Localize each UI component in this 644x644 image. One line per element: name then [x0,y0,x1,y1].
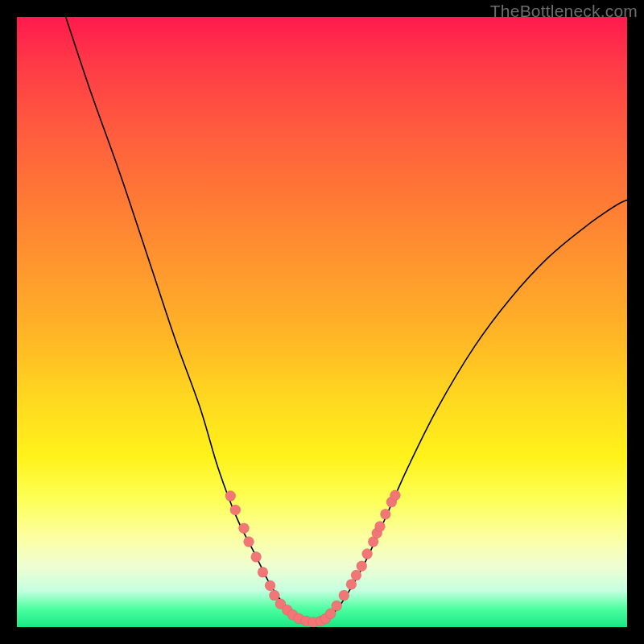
scatter-dot [362,549,373,559]
scatter-dot [244,536,254,547]
v-curve [66,17,627,623]
scatter-dot [269,590,279,601]
scatter-dot [346,579,357,589]
scatter-dot [225,491,236,502]
scatter-dot [230,505,241,515]
scatter-dot [375,521,386,531]
plot-area [17,17,627,627]
scatter-dot [390,490,400,501]
scatter-dot [332,601,342,611]
scatter-dot [265,580,275,591]
scatter-dot [339,590,349,601]
scatter-dots [225,490,401,627]
scatter-dot [258,567,268,577]
chart-svg [17,17,627,627]
scatter-dot [251,551,262,562]
scatter-dot [357,561,367,572]
watermark-text: TheBottleneck.com [490,2,638,21]
scatter-dot [238,523,249,534]
scatter-dot [351,570,361,580]
scatter-dot [380,509,390,519]
